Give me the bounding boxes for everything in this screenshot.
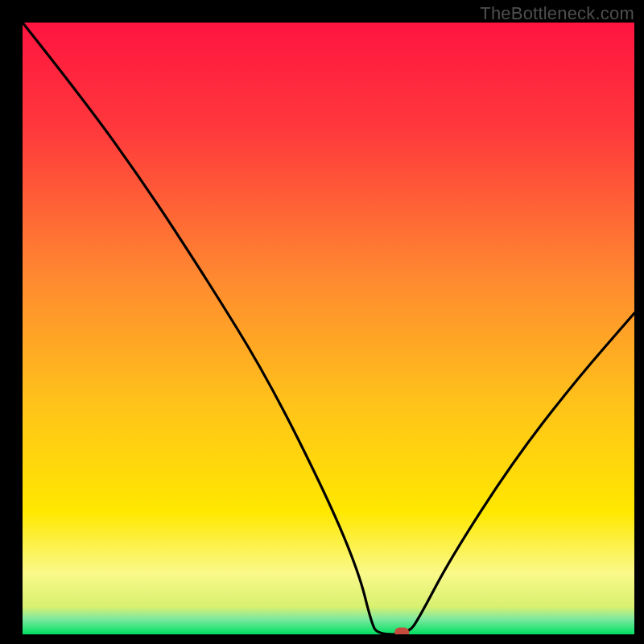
watermark-text: TheBottleneck.com [480, 3, 634, 24]
chart-gradient-background [23, 23, 634, 634]
bottleneck-chart [0, 0, 644, 644]
chart-stage: TheBottleneck.com [0, 0, 644, 644]
